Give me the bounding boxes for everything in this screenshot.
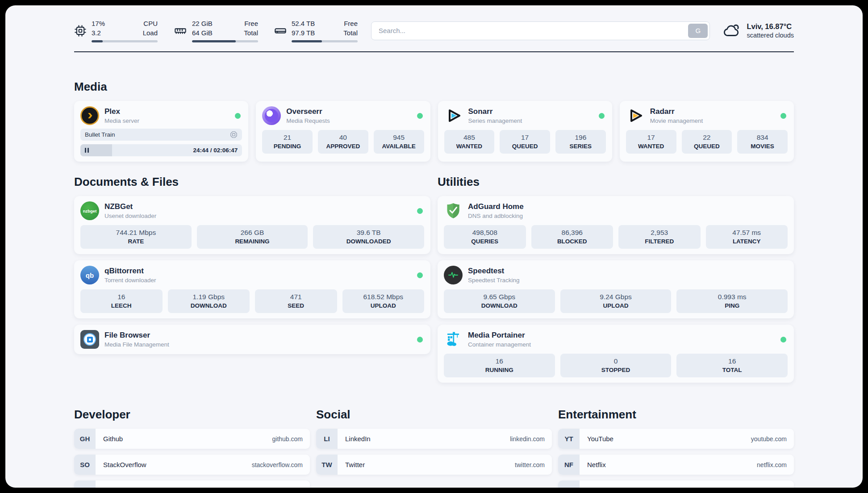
- radarr-icon: [626, 106, 645, 125]
- bookmark-badge: SO: [74, 455, 96, 475]
- stat-pill: 9.24 Gbps UPLOAD: [560, 289, 672, 313]
- stat-pill: 266 GB REMAINING: [197, 225, 308, 249]
- app-title: Sonarr: [468, 107, 593, 116]
- app-title: Speedtest: [468, 267, 788, 276]
- bookmark-github[interactable]: GH Github github.com: [74, 429, 310, 449]
- cpu-labels: CPU Load: [143, 19, 158, 38]
- bookmark-dev[interactable]: DT DEV dev.to: [74, 480, 310, 488]
- bookmark-url: github.com: [272, 435, 303, 443]
- cloud-icon: [723, 22, 741, 39]
- stat-pill: 1.19 Gbps DOWNLOAD: [168, 289, 250, 313]
- stat-pill: 0.993 ms PING: [676, 289, 788, 313]
- adguard-icon: [444, 201, 463, 220]
- weather-location-temp: Lviv, 16.87°C: [747, 22, 794, 31]
- disk-labels: Free Total: [343, 19, 358, 38]
- stat-pill: 485 WANTED: [444, 130, 495, 154]
- app-title: Media Portainer: [468, 331, 775, 340]
- stat-pill: 40 APPROVED: [318, 130, 368, 154]
- bookmark-youtube[interactable]: YT YouTube youtube.com: [558, 429, 794, 449]
- status-dot: [235, 113, 241, 119]
- app-card-speedtest[interactable]: Speedtest Speedtest Tracking 9.65 Gbps D…: [438, 260, 794, 318]
- app-card-portainer[interactable]: Media Portainer Container management 16 …: [438, 325, 794, 383]
- app-card-sonarr[interactable]: Sonarr Series management 485 WANTED 17 Q…: [438, 101, 612, 162]
- dashboard-panel: 17% 3.2 CPU Load: [5, 5, 863, 488]
- stat-pill: 86,396 BLOCKED: [531, 225, 613, 249]
- bookmark-name: Reddit: [587, 487, 606, 488]
- stat-pill: 16 TOTAL: [676, 354, 788, 377]
- search-input[interactable]: [371, 21, 710, 40]
- disk-progress-bar: [292, 40, 358, 42]
- app-title: qBittorrent: [104, 267, 412, 276]
- memory-labels: Free Total: [244, 19, 258, 38]
- status-dot: [417, 272, 423, 278]
- app-title: Radarr: [650, 107, 775, 116]
- bookmark-group-social: Social LI LinkedIn linkedin.com TW Twitt…: [316, 408, 552, 488]
- plex-icon: [80, 106, 99, 125]
- app-card-plex[interactable]: Plex Media server Bullet Train: [74, 101, 248, 162]
- section-heading-developer: Developer: [74, 408, 310, 422]
- stat-pill: 39.6 TB DOWNLOADED: [313, 225, 424, 249]
- status-dot: [780, 113, 786, 119]
- bookmark-badge: GH: [74, 429, 96, 449]
- search-bar: G: [371, 21, 710, 40]
- app-card-overseerr[interactable]: Overseerr Media Requests 21 PENDING 40 A…: [256, 101, 430, 162]
- stat-pill: 17 QUEUED: [500, 130, 550, 154]
- disk-stat: 52.4 TB 97.9 TB Free Total: [274, 19, 358, 42]
- app-subtitle: Media server: [104, 117, 230, 124]
- app-subtitle: Media File Management: [104, 341, 412, 348]
- bookmark-netflix[interactable]: NF Netflix netflix.com: [558, 455, 794, 475]
- app-subtitle: Speedtest Tracking: [468, 277, 788, 284]
- app-card-nzbget[interactable]: nzbget NZBGet Usenet downloader 744.21 M…: [74, 196, 430, 254]
- sonarr-icon: [444, 106, 463, 125]
- stat-pill: 9.65 Gbps DOWNLOAD: [444, 289, 555, 313]
- app-card-filebrowser[interactable]: File Browser Media File Management: [74, 325, 430, 354]
- stat-pill: 196 SERIES: [555, 130, 606, 154]
- bookmark-name: Twitter: [345, 461, 365, 468]
- header-divider: [74, 51, 794, 52]
- bookmark-badge: LI: [316, 429, 338, 449]
- section-heading-documents: Documents & Files: [74, 175, 430, 189]
- filebrowser-icon: [80, 330, 99, 349]
- stat-pill: 834 MOVIES: [737, 130, 788, 154]
- now-playing-title: Bullet Train: [85, 131, 115, 138]
- pause-icon[interactable]: [85, 148, 89, 153]
- playback-progress-row: 24:44 / 02:06:47: [80, 144, 242, 156]
- bookmark-url: reddit.com: [758, 487, 787, 488]
- app-title: AdGuard Home: [468, 202, 788, 211]
- bookmark-reddit[interactable]: RE Reddit reddit.com: [558, 480, 794, 488]
- speedtest-icon: [444, 266, 463, 284]
- stat-pill: 2,953 FILTERED: [618, 225, 701, 249]
- app-title: NZBGet: [104, 202, 412, 211]
- bookmark-name: StackOverflow: [103, 461, 146, 468]
- nzbget-icon: nzbget: [80, 201, 99, 220]
- bookmark-badge: TW: [316, 455, 338, 475]
- app-subtitle: Media Requests: [286, 117, 411, 124]
- bookmark-stackoverflow[interactable]: SO StackOverflow stackoverflow.com: [74, 455, 310, 475]
- portainer-icon: [444, 330, 463, 349]
- section-heading-social: Social: [316, 408, 552, 422]
- app-card-qbittorrent[interactable]: qb qBittorrent Torrent downloader 16 LEE…: [74, 260, 430, 318]
- search-engine-button[interactable]: G: [688, 24, 708, 38]
- stat-pill: 21 PENDING: [262, 130, 313, 154]
- bookmark-badge: DT: [74, 480, 96, 488]
- bookmark-name: Github: [103, 435, 123, 443]
- stat-pill: 471 SEED: [255, 289, 337, 313]
- app-title: File Browser: [104, 331, 412, 340]
- section-heading-media: Media: [74, 80, 794, 94]
- app-title: Plex: [104, 107, 230, 116]
- app-card-radarr[interactable]: Radarr Movie management 17 WANTED 22 QUE…: [620, 101, 794, 162]
- bookmark-linkedin[interactable]: LI LinkedIn linkedin.com: [316, 429, 552, 449]
- overseerr-icon: [262, 106, 281, 125]
- app-subtitle: Movie management: [650, 117, 775, 124]
- app-card-adguard[interactable]: AdGuard Home DNS and adblocking 498,508 …: [438, 196, 794, 254]
- stat-pill: 744.21 Mbps RATE: [80, 225, 192, 249]
- ram-icon: [174, 25, 187, 37]
- app-subtitle: Series management: [468, 117, 593, 124]
- bookmark-twitter[interactable]: TW Twitter twitter.com: [316, 455, 552, 475]
- app-subtitle: Usenet downloader: [104, 213, 412, 219]
- section-heading-entertainment: Entertainment: [558, 408, 794, 422]
- bookmark-name: DEV: [103, 487, 117, 488]
- bookmark-badge: YT: [558, 429, 580, 449]
- bookmark-name: YouTube: [587, 435, 613, 443]
- app-subtitle: Torrent downloader: [104, 277, 412, 284]
